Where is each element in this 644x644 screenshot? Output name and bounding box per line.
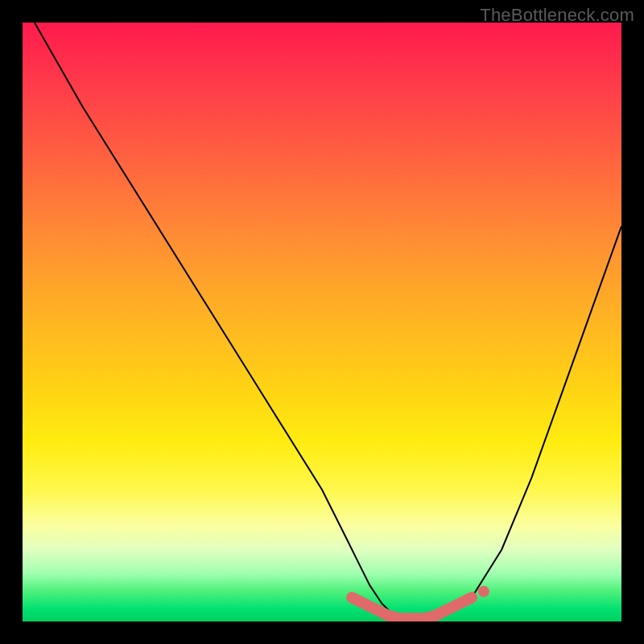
optimal-range-end-dot [478, 586, 489, 597]
curve-svg [23, 23, 621, 621]
optimal-range-line [352, 597, 472, 618]
bottleneck-curve-line [35, 23, 621, 621]
plot-area [23, 23, 621, 621]
chart-container: TheBottleneck.com [0, 0, 644, 644]
watermark-text: TheBottleneck.com [480, 5, 634, 26]
